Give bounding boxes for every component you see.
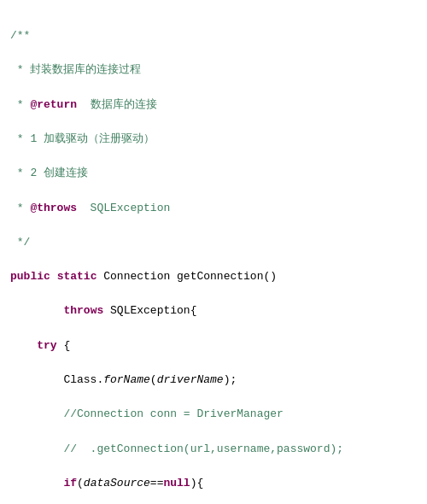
comment-text: */: [10, 236, 30, 249]
code-line: * 1 加载驱动（注册驱动）: [10, 131, 417, 148]
code-editor: /** * 封装数据库的连接过程 * @return 数据库的连接 * 1 加载…: [0, 7, 427, 504]
comment-text: * 2 创建连接: [10, 167, 88, 179]
code-line: throws SQLException{: [10, 302, 417, 319]
keyword-try: try: [37, 339, 56, 352]
keyword-static: static: [57, 270, 97, 283]
code-line: //Connection conn = DriverManager: [10, 406, 417, 423]
code-line: // .getConnection(url,username,password)…: [10, 441, 417, 458]
comment-text: * @throws SQLException: [10, 202, 170, 214]
keyword-throws: throws: [63, 304, 103, 317]
comment-text: /**: [10, 29, 30, 42]
code-line: * @return 数据库的连接: [10, 97, 417, 114]
code-line: */: [10, 234, 417, 251]
comment-text: * 封装数据库的连接过程: [10, 63, 141, 76]
keyword-public: public: [10, 270, 50, 283]
code-line: * @throws SQLException: [10, 200, 417, 217]
comment-text: * @return 数据库的连接: [10, 98, 157, 111]
code-line: * 2 创建连接: [10, 165, 417, 182]
code-line: public static Connection getConnection(): [10, 268, 417, 285]
code-line: try {: [10, 337, 417, 355]
keyword-null: null: [163, 477, 190, 489]
code-line: Class.forName(driverName);: [10, 372, 417, 389]
code-line: if(dataSource==null){: [10, 475, 417, 492]
comment-text: * 1 加载驱动（注册驱动）: [10, 132, 155, 145]
keyword-if: if: [63, 477, 77, 489]
code-line: * 封装数据库的连接过程: [10, 62, 417, 79]
code-line: /**: [10, 27, 417, 44]
